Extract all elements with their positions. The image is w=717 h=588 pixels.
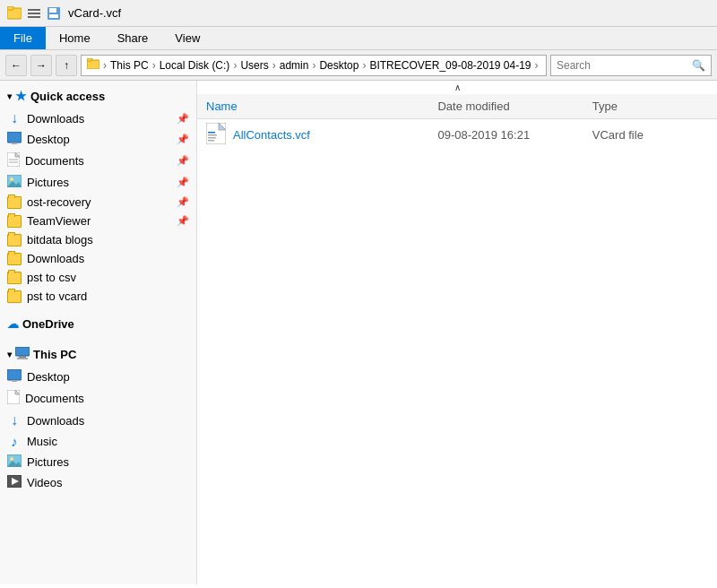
sidebar: ▾ ★ Quick access ↓ Downloads 📌 Desktop 📌… [0, 81, 197, 584]
desktop-icon [7, 132, 22, 147]
addr-sep-1: › [103, 59, 107, 72]
sidebar-label: Videos [27, 476, 63, 489]
pin-icon: 📌 [177, 177, 189, 188]
star-icon: ★ [15, 89, 27, 103]
sidebar-label: Desktop [27, 133, 70, 146]
sidebar-label: pst to csv [27, 271, 76, 284]
sidebar-item-documents-quick[interactable]: Documents 📌 [0, 150, 196, 172]
documents-icon [7, 390, 20, 407]
tab-view[interactable]: View [161, 27, 213, 49]
addr-admin[interactable]: admin [280, 59, 309, 72]
sidebar-item-music-pc[interactable]: ♪ Music [0, 431, 196, 452]
sidebar-item-downloads-qa[interactable]: Downloads [0, 249, 196, 268]
svg-rect-11 [12, 143, 17, 144]
svg-rect-33 [208, 132, 215, 134]
sort-arrow: ∧ [197, 81, 717, 94]
svg-rect-20 [19, 356, 26, 358]
col-header-name[interactable]: Name [206, 99, 437, 113]
sidebar-item-bitdata-blogs[interactable]: bitdata blogs [0, 230, 196, 249]
svg-rect-3 [28, 13, 40, 14]
sidebar-item-pictures-pc[interactable]: Pictures [0, 452, 196, 472]
sidebar-section-thispc[interactable]: ▾ This PC [0, 342, 196, 367]
nav-bar: ← → ↑ › This PC › Local Disk (C:) › User… [0, 50, 717, 81]
table-row[interactable]: AllContacts.vcf 09-08-2019 16:21 VCard f… [197, 119, 717, 151]
download-icon: ↓ [7, 412, 22, 428]
pin-icon: 📌 [177, 155, 189, 167]
svg-point-27 [10, 457, 13, 461]
sidebar-label: ost-recovery [27, 195, 91, 209]
sidebar-label: pst to vcard [27, 290, 87, 303]
download-icon: ↓ [7, 110, 22, 126]
tab-share[interactable]: Share [104, 27, 162, 49]
svg-rect-10 [7, 132, 22, 143]
svg-rect-21 [17, 358, 28, 359]
sidebar-item-pictures-quick[interactable]: Pictures 📌 [0, 172, 196, 193]
sidebar-item-pst-vcard[interactable]: pst to vcard [0, 287, 196, 306]
col-name-label: Name [206, 99, 238, 113]
tab-home[interactable]: Home [46, 27, 104, 49]
address-bar[interactable]: › This PC › Local Disk (C:) › Users › ad… [81, 55, 547, 76]
music-icon: ♪ [7, 434, 22, 449]
ribbon: File Home Share View [0, 27, 717, 50]
save-icon[interactable] [47, 6, 61, 21]
up-button[interactable]: ↑ [56, 55, 77, 76]
tab-file[interactable]: File [0, 27, 46, 49]
onedrive-label: OneDrive [22, 317, 74, 331]
back-button[interactable]: ← [5, 55, 27, 76]
sidebar-label: Downloads [27, 414, 84, 428]
desktop-icon [7, 369, 22, 385]
sidebar-item-downloads-pc[interactable]: ↓ Downloads [0, 410, 196, 431]
sidebar-label: Pictures [27, 455, 69, 469]
title-bar-icons [7, 6, 61, 21]
addr-desktop[interactable]: Desktop [319, 59, 358, 72]
svg-rect-4 [28, 16, 40, 18]
content-area: ∧ Name Date modified Type [197, 81, 717, 584]
svg-rect-23 [12, 380, 17, 382]
quick-access-icon[interactable] [27, 6, 41, 21]
sidebar-label: TeamViewer [27, 214, 91, 228]
main-layout: ▾ ★ Quick access ↓ Downloads 📌 Desktop 📌… [0, 81, 717, 584]
sidebar-item-desktop-quick[interactable]: Desktop 📌 [0, 129, 196, 150]
sidebar-section-onedrive[interactable]: ☁ OneDrive [0, 313, 196, 335]
folder-icon [7, 215, 22, 228]
file-list: AllContacts.vcf 09-08-2019 16:21 VCard f… [197, 119, 717, 584]
file-name: AllContacts.vcf [233, 128, 310, 142]
search-input[interactable] [557, 59, 692, 72]
col-header-type[interactable]: Type [592, 99, 708, 113]
sidebar-label: Downloads [27, 112, 84, 125]
file-type: VCard file [592, 128, 708, 142]
sidebar-label: Desktop [27, 370, 70, 384]
sidebar-item-documents-pc[interactable]: Documents [0, 387, 196, 410]
ribbon-tabs: File Home Share View [0, 27, 717, 49]
chevron-icon: ▾ [7, 91, 12, 101]
addr-users[interactable]: Users [240, 59, 268, 72]
sidebar-item-pst-csv[interactable]: pst to csv [0, 268, 196, 287]
sidebar-label: Documents [25, 154, 84, 168]
svg-rect-9 [87, 58, 92, 61]
svg-rect-35 [208, 137, 216, 139]
col-header-date[interactable]: Date modified [437, 99, 592, 113]
folder-icon [7, 253, 22, 265]
addr-thispc[interactable]: This PC [110, 59, 149, 72]
pin-icon: 📌 [177, 134, 189, 145]
search-icon: 🔍 [692, 59, 705, 72]
sidebar-label: Downloads [27, 252, 84, 265]
thispc-icon [15, 347, 30, 362]
sidebar-item-videos-pc[interactable]: Videos [0, 472, 196, 493]
folder-icon [7, 272, 22, 284]
forward-button[interactable]: → [30, 55, 52, 76]
folder-icon [7, 234, 22, 246]
svg-rect-2 [28, 9, 40, 11]
svg-rect-34 [208, 134, 217, 136]
sidebar-label: bitdata blogs [27, 233, 93, 246]
sidebar-section-quick-access[interactable]: ▾ ★ Quick access [0, 84, 196, 108]
search-box[interactable]: 🔍 [550, 55, 712, 76]
title-bar: vCard-.vcf [0, 0, 717, 27]
addr-folder[interactable]: BITRECOVER_09-08-2019 04-19 [369, 59, 531, 72]
sidebar-item-desktop-pc[interactable]: Desktop [0, 367, 196, 387]
sidebar-item-downloads-quick[interactable]: ↓ Downloads 📌 [0, 108, 196, 129]
videos-icon [7, 475, 22, 490]
addr-localdisk[interactable]: Local Disk (C:) [160, 59, 230, 72]
sidebar-item-ost-recovery[interactable]: ost-recovery 📌 [0, 193, 196, 212]
sidebar-item-teamviewer[interactable]: TeamViewer 📌 [0, 212, 196, 230]
